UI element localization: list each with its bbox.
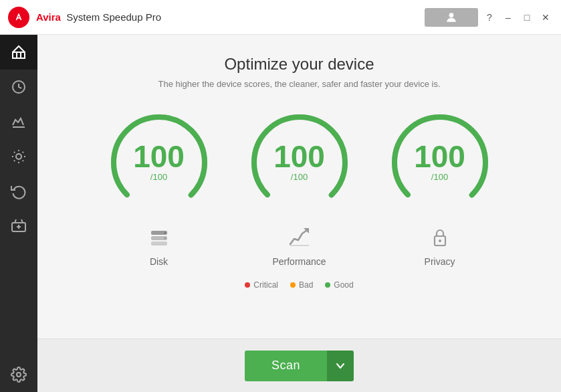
legend-bad: Bad [290,280,313,290]
gauge-privacy-center: 100 /100 [414,141,465,182]
sidebar [0,35,37,392]
app-title: Avira System Speedup Pro [36,11,161,23]
close-button[interactable]: ✕ [538,10,553,25]
main-layout: Optimize your device The higher the devi… [0,35,561,392]
legend-critical: Critical [245,280,278,290]
user-button[interactable] [425,8,478,27]
svg-rect-2 [13,52,25,58]
bottom-bar: Scan [37,338,561,392]
scan-dropdown-button[interactable] [327,351,354,381]
legend: Critical Bad Good [245,280,353,290]
gauge-performance-center: 100 /100 [273,141,325,182]
svg-rect-14 [151,241,167,246]
content-area: Optimize your device The higher the devi… [37,35,561,392]
gauge-disk: 100 /100 Disk [99,109,219,267]
sidebar-item-recovery[interactable] [0,174,37,209]
legend-good-dot [325,282,330,288]
sidebar-item-home[interactable] [0,35,37,70]
legend-good: Good [325,280,353,290]
sidebar-item-history[interactable] [0,70,37,104]
minimize-button[interactable]: – [501,10,516,25]
legend-good-label: Good [334,280,353,290]
page-title: Optimize your device [224,55,374,74]
gauge-performance-score: 100 [273,141,325,172]
clock-icon [11,79,27,95]
legend-critical-label: Critical [253,280,278,290]
gauge-privacy: 100 /100 Privacy [380,109,500,267]
help-button[interactable]: ? [482,10,497,25]
legend-bad-dot [290,282,296,288]
gauge-privacy-label: Privacy [425,256,455,267]
svg-point-1 [449,13,454,17]
settings-icon [11,367,27,383]
sidebar-item-optimizer[interactable] [0,104,37,139]
gauge-disk-circle: 100 /100 [106,109,213,216]
home-icon [11,44,27,60]
legend-bad-label: Bad [299,280,313,290]
gauge-disk-score: 100 [133,141,185,172]
recovery-icon [11,183,27,199]
gauge-disk-label: Disk [150,256,168,267]
gauges-row: 100 /100 Disk [99,109,500,267]
sidebar-item-settings[interactable] [0,357,37,392]
app-logo [8,7,29,28]
brand-name: Avira [36,11,61,23]
sidebar-item-cleaner[interactable] [0,139,37,174]
window-controls: ? – □ ✕ [425,8,553,27]
svg-point-16 [164,237,166,239]
gauge-privacy-score: 100 [414,141,465,172]
gauge-performance: 100 /100 Performance [239,109,360,267]
app-subtitle: System Speedup Pro [66,11,161,23]
maximize-button[interactable]: □ [520,10,534,25]
chevron-down-icon [336,361,345,371]
content-top: Optimize your device The higher the devi… [37,35,561,338]
gauge-disk-center: 100 /100 [133,141,185,182]
gauge-performance-label: Performance [272,256,326,267]
scan-button[interactable]: Scan [245,351,327,381]
svg-point-24 [439,239,441,242]
title-bar: Avira System Speedup Pro ? – □ ✕ [0,0,561,35]
legend-critical-dot [245,282,250,288]
gauge-performance-circle: 100 /100 [246,109,353,216]
sidebar-item-games[interactable] [0,209,37,243]
gauge-privacy-circle: 100 /100 [386,109,493,216]
svg-point-9 [17,373,21,377]
cleaner-icon [11,149,27,165]
games-icon [11,218,27,234]
svg-point-5 [16,154,21,159]
optimizer-icon [11,114,27,130]
